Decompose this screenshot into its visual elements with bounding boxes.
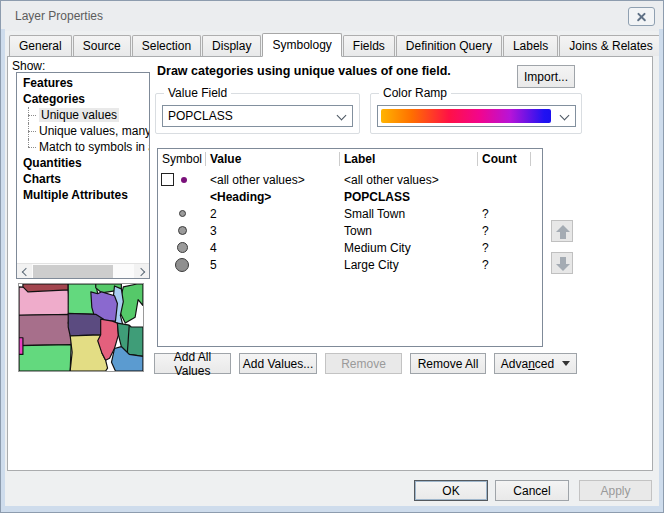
label-cell: Small Town <box>340 207 478 221</box>
categories-table[interactable]: SymbolValueLabelCount <all other values>… <box>157 148 543 347</box>
value-cell: 3 <box>206 224 340 238</box>
ok-button[interactable]: OK <box>414 480 488 501</box>
window-frame-right <box>659 29 663 512</box>
value-field-dropdown[interactable]: POPCLASS <box>162 105 353 127</box>
table-row[interactable]: 2Small Town? <box>158 205 542 222</box>
symbol-cell[interactable] <box>158 239 206 256</box>
chevron-right-icon <box>136 267 144 275</box>
import-button[interactable]: Import... <box>517 65 575 88</box>
table-row[interactable]: 4Medium City? <box>158 239 542 256</box>
scroll-right-button[interactable] <box>134 264 149 278</box>
value-field-group: Value Field POPCLASS <box>155 93 360 134</box>
tab-display[interactable]: Display <box>202 35 261 56</box>
arrow-down-icon <box>556 264 570 271</box>
scroll-left-button[interactable] <box>17 264 32 278</box>
categories-table-rows: <all other values><all other values><Hea… <box>158 171 542 273</box>
symbol-cell[interactable] <box>158 222 206 239</box>
title-bar[interactable]: Layer Properties <box>1 1 663 31</box>
show-item-label: Multiple Attributes <box>23 188 128 202</box>
all-other-values-checkbox[interactable] <box>161 173 174 186</box>
dropdown-caret-icon <box>562 361 570 366</box>
advanced-button[interactable]: Advanced <box>494 353 577 374</box>
symbol-cell[interactable] <box>158 171 206 188</box>
arrow-up-icon <box>556 225 570 232</box>
remove-all-button[interactable]: Remove All <box>410 353 486 374</box>
show-item-features[interactable]: Features <box>17 75 149 91</box>
tab-joins-relates[interactable]: Joins & Relates <box>559 35 662 56</box>
symbol-cell[interactable] <box>158 205 206 222</box>
tab-symbology[interactable]: Symbology <box>262 33 341 57</box>
tab-selection[interactable]: Selection <box>132 35 201 56</box>
move-up-button[interactable] <box>551 220 573 242</box>
states-map-image <box>19 284 143 371</box>
cancel-button[interactable]: Cancel <box>495 480 569 501</box>
column-header-value: Value <box>206 152 340 166</box>
page-heading: Draw categories using unique values of o… <box>157 64 451 78</box>
show-item-match-to-symbols-in-a[interactable]: Match to symbols in a <box>17 139 149 155</box>
show-item-label: Unique values, many <box>39 124 149 138</box>
value-cell: <Heading> <box>206 190 340 204</box>
show-item-unique-values-many[interactable]: Unique values, many <box>17 123 149 139</box>
tab-source[interactable]: Source <box>73 35 131 56</box>
symbology-tab-page: Show: FeaturesCategoriesUnique valuesUni… <box>7 56 653 471</box>
chevron-down-icon <box>560 111 570 121</box>
color-ramp-group: Color Ramp <box>370 93 582 134</box>
show-item-label: Quantities <box>23 156 82 170</box>
value-field-selected-value: POPCLASS <box>168 109 233 123</box>
show-list-hscrollbar[interactable] <box>17 263 149 278</box>
show-list[interactable]: FeaturesCategoriesUnique valuesUnique va… <box>16 72 150 279</box>
count-cell: ? <box>478 224 531 238</box>
show-item-unique-values[interactable]: Unique values <box>17 107 149 123</box>
apply-button: Apply <box>579 480 652 501</box>
column-header-symbol: Symbol <box>158 152 206 166</box>
window-title: Layer Properties <box>15 9 103 23</box>
symbol-cell[interactable] <box>158 256 206 273</box>
tab-labels[interactable]: Labels <box>503 35 558 56</box>
chevron-left-icon <box>21 267 29 275</box>
show-item-label: Features <box>23 76 73 90</box>
value-cell: 2 <box>206 207 340 221</box>
remove-button: Remove <box>325 353 402 374</box>
symbol-cell[interactable] <box>158 188 206 205</box>
value-cell: 4 <box>206 241 340 255</box>
show-item-charts[interactable]: Charts <box>17 171 149 187</box>
count-cell: ? <box>478 207 531 221</box>
window-frame-left <box>1 29 5 512</box>
table-row[interactable]: 5Large City? <box>158 256 542 273</box>
table-row[interactable]: <all other values><all other values> <box>158 171 542 188</box>
show-item-quantities[interactable]: Quantities <box>17 155 149 171</box>
window-frame-bottom <box>1 506 663 512</box>
show-item-label: Charts <box>23 172 61 186</box>
color-ramp-dropdown[interactable] <box>377 105 576 127</box>
color-ramp-gradient <box>381 109 551 123</box>
show-item-label: Unique values <box>39 108 119 122</box>
tab-strip: GeneralSourceSelectionDisplaySymbologyFi… <box>9 34 664 56</box>
show-item-label: Match to symbols in a <box>39 140 149 154</box>
label-cell: Medium City <box>340 241 478 255</box>
label-cell: <all other values> <box>340 173 478 187</box>
tab-fields[interactable]: Fields <box>343 35 395 56</box>
show-label: Show: <box>12 59 45 73</box>
add-values-button[interactable]: Add Values... <box>239 353 317 374</box>
show-item-label: Categories <box>23 92 85 106</box>
tab-definition-query[interactable]: Definition Query <box>396 35 502 56</box>
show-list-items: FeaturesCategoriesUnique valuesUnique va… <box>17 75 149 203</box>
point-symbol-icon <box>177 242 188 253</box>
value-cell: <all other values> <box>206 173 340 187</box>
tab-general[interactable]: General <box>9 35 72 56</box>
table-row[interactable]: 3Town? <box>158 222 542 239</box>
value-field-group-label: Value Field <box>164 86 231 100</box>
value-cell: 5 <box>206 258 340 272</box>
add-all-values-button[interactable]: Add All Values <box>154 353 231 374</box>
scrollbar-thumb[interactable] <box>33 265 113 278</box>
point-symbol-icon <box>178 226 187 235</box>
label-cell: Town <box>340 224 478 238</box>
color-ramp-group-label: Color Ramp <box>379 86 451 100</box>
show-item-multiple-attributes[interactable]: Multiple Attributes <box>17 187 149 203</box>
table-row[interactable]: <Heading>POPCLASS <box>158 188 542 205</box>
close-button[interactable] <box>628 7 655 26</box>
count-cell: ? <box>478 258 531 272</box>
show-item-categories[interactable]: Categories <box>17 91 149 107</box>
move-down-button[interactable] <box>551 252 573 274</box>
count-cell: ? <box>478 241 531 255</box>
